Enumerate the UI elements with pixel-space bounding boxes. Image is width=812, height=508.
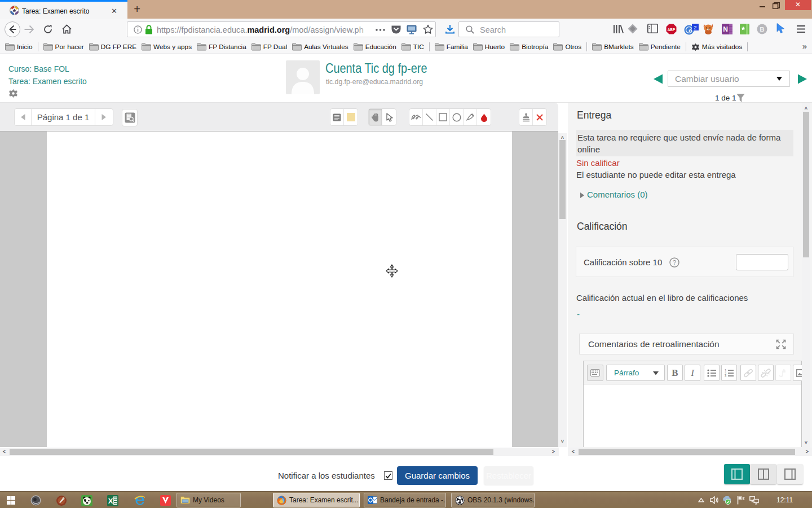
svg-text:2: 2 (694, 24, 696, 30)
svg-text:B: B (760, 26, 764, 33)
svg-text:3: 3 (725, 374, 726, 377)
svg-text:ABP: ABP (668, 28, 676, 32)
svg-text:?: ? (673, 259, 676, 266)
svg-text:N: N (723, 25, 728, 33)
svg-text:X: X (108, 497, 113, 505)
